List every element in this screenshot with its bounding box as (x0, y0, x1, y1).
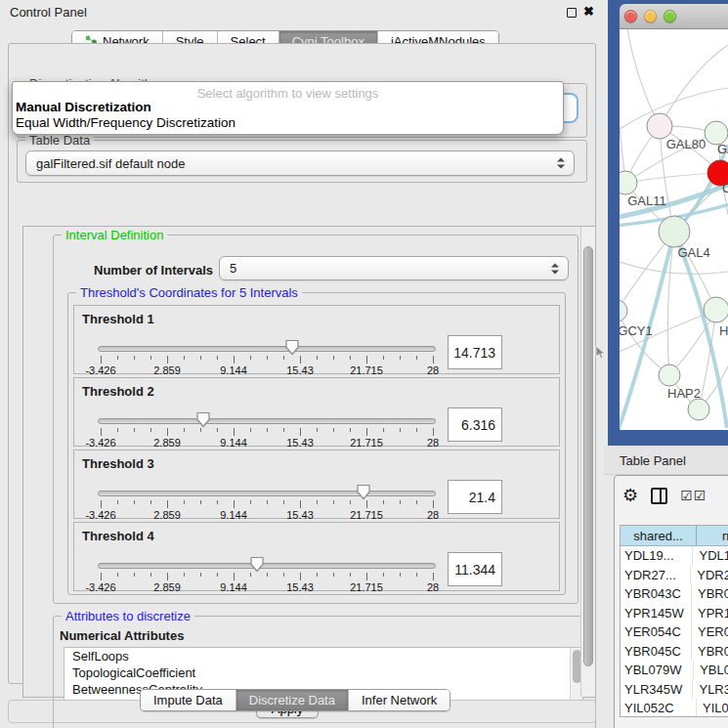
cell-shared-name[interactable]: YIL052C (621, 699, 697, 717)
network-node-hap2[interactable] (659, 364, 680, 386)
table-row[interactable]: YBR043CYBR0 (621, 584, 728, 604)
tab-infer-network[interactable]: Infer Network (349, 690, 450, 710)
slider-tick (167, 573, 168, 580)
slider-tick (416, 500, 417, 504)
number-of-intervals-value: 5 (230, 261, 236, 276)
cell-name[interactable]: YDR2 (691, 566, 728, 585)
table-row[interactable]: YIL052CYIL0 (621, 699, 728, 717)
algorithm-option[interactable]: Equal Width/Frequency Discretization (13, 115, 563, 131)
tab-label: Impute Data (153, 693, 223, 707)
slider-tick (134, 428, 135, 432)
slider-tick-label: -3.426 (85, 364, 115, 376)
threshold-value-field[interactable]: 14.713 (448, 335, 502, 369)
node-attribute-table[interactable]: shared... n YDL19...YDL1YDR27...YDR2YBR0… (620, 525, 728, 717)
cell-name[interactable]: YDL1 (693, 546, 728, 566)
table-row[interactable]: YDR27...YDR2 (621, 566, 728, 585)
slider-track[interactable] (98, 491, 436, 496)
cell-shared-name[interactable]: YBR045C (621, 642, 692, 662)
network-node-gal80[interactable] (647, 113, 672, 139)
cell-shared-name[interactable]: YBR043C (621, 584, 692, 604)
number-of-intervals-combo[interactable]: 5 (219, 256, 569, 280)
network-node[interactable] (688, 399, 709, 420)
network-edge (627, 29, 660, 126)
gear-icon[interactable]: ⚙ (622, 487, 638, 504)
slider-tick-label: 2.859 (153, 437, 181, 449)
threshold-value-field[interactable]: 21.4 (448, 480, 502, 514)
tab-discretize-data[interactable]: Discretize Data (236, 690, 349, 710)
slider-tick (167, 500, 168, 508)
table-row[interactable]: YLR345WYLR3 (621, 680, 728, 700)
slider-tick-label: 21.715 (350, 437, 383, 449)
table-row[interactable]: YDL19...YDL1 (621, 546, 728, 566)
column-header-name[interactable]: n (697, 526, 728, 545)
threshold-slider[interactable]: -3.4262.8599.14415.4321.71528 (98, 333, 436, 374)
table-row[interactable]: YBR045CYBR0 (621, 642, 728, 662)
attribute-list-item[interactable]: SelfLoops (64, 648, 582, 664)
cell-shared-name[interactable]: YPR145W (621, 604, 692, 623)
slider-tick-label: 9.144 (220, 364, 247, 376)
network-node-gal4[interactable] (659, 216, 690, 247)
slider-tick (217, 573, 218, 577)
close-traffic-light-icon[interactable] (624, 10, 637, 22)
threshold-slider[interactable]: -3.4262.8599.14415.4321.71528 (98, 478, 436, 519)
slider-tick (283, 428, 284, 432)
slider-tick-label: -3.426 (85, 437, 115, 449)
slider-tick (217, 356, 218, 360)
attribute-list-item[interactable]: TopologicalCoefficient (64, 664, 582, 681)
slider-tick-label: 9.144 (220, 437, 247, 449)
close-icon[interactable]: ✖ (583, 4, 594, 19)
table-row[interactable]: YER054CYER0 (621, 622, 728, 642)
table-data-title: Table Data (25, 133, 94, 148)
slider-tick (250, 500, 251, 504)
slider-track[interactable] (98, 346, 436, 352)
cell-shared-name[interactable]: YDR27... (621, 566, 691, 585)
cell-shared-name[interactable]: YBL079W (621, 661, 694, 680)
columns-icon[interactable] (651, 488, 667, 504)
slider-tick-label: 15.43 (286, 364, 314, 376)
slider-tick (184, 428, 185, 432)
cell-shared-name[interactable]: YER054C (621, 622, 692, 642)
threshold-value-field[interactable]: 6.316 (448, 407, 502, 442)
zoom-traffic-light-icon[interactable] (664, 10, 676, 22)
table-row[interactable]: YPR145WYPR1 (621, 604, 728, 623)
algorithm-option[interactable]: Manual Discretization (13, 100, 563, 115)
cell-name[interactable]: YBL0 (694, 661, 728, 680)
network-node-gal11[interactable] (620, 171, 637, 194)
slider-tick (267, 356, 268, 360)
slider-tick (300, 356, 301, 364)
cell-name[interactable]: YIL0 (697, 699, 728, 717)
slider-tick (117, 573, 118, 577)
network-node-gcy1[interactable] (620, 300, 627, 321)
cell-name[interactable]: YBR0 (692, 642, 728, 662)
cell-name[interactable]: YLR3 (693, 680, 728, 700)
threshold-panel: Threshold 2-3.4262.8599.14415.4321.71528… (73, 377, 560, 447)
cell-name[interactable]: YBR0 (692, 584, 728, 604)
network-node-h[interactable] (704, 297, 728, 322)
threshold-slider[interactable]: -3.4262.8599.14415.4321.71528 (98, 406, 436, 447)
slider-tick-label: 21.715 (350, 509, 383, 521)
network-window-titlebar[interactable] (620, 4, 728, 29)
slider-tick (317, 428, 318, 432)
slider-tick (167, 428, 168, 436)
threshold-value-field[interactable]: 11.344 (448, 552, 502, 586)
minimize-traffic-light-icon[interactable] (644, 10, 657, 22)
table-data-combo[interactable]: galFiltered.sif default node (25, 150, 575, 176)
slider-tick-label: 21.715 (350, 364, 383, 376)
network-canvas[interactable]: GAL80GACGAL11GAL4GCY1HHAP2 (620, 29, 728, 430)
cell-shared-name[interactable]: YLR345W (621, 680, 693, 700)
network-node-label: C (722, 181, 728, 195)
checkbox-icon[interactable]: ☑ (694, 488, 706, 503)
checkbox-icon[interactable]: ☑ (680, 488, 692, 503)
vertical-scrollbar[interactable] (580, 227, 595, 697)
cell-name[interactable]: YER0 (692, 622, 728, 642)
cell-shared-name[interactable]: YDL19... (621, 546, 693, 566)
vertical-scrollbar-thumb[interactable] (583, 246, 593, 666)
float-window-icon[interactable] (567, 8, 577, 18)
slider-track[interactable] (98, 418, 436, 424)
slider-track[interactable] (98, 563, 436, 569)
threshold-slider[interactable]: -3.4262.8599.14415.4321.71528 (98, 550, 436, 591)
column-header-shared[interactable]: shared... (621, 526, 697, 545)
tab-impute-data[interactable]: Impute Data (141, 690, 236, 710)
cell-name[interactable]: YPR1 (692, 604, 728, 623)
table-row[interactable]: YBL079WYBL0 (621, 661, 728, 680)
